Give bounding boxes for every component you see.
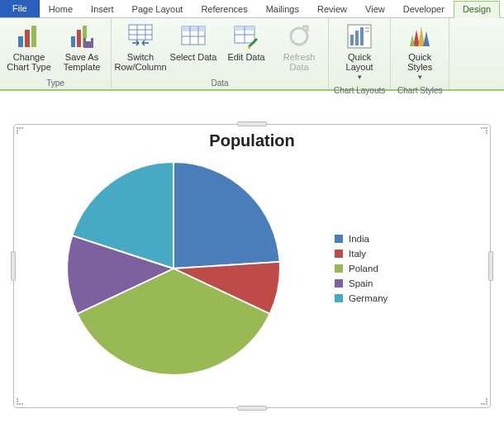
legend-label: Italy [349, 249, 366, 259]
label: Switch Row/Column [115, 52, 167, 72]
quick-styles-button[interactable]: Quick Styles ▼ [396, 21, 444, 84]
tab-design[interactable]: Design [454, 1, 500, 18]
switch-rc-icon [127, 23, 154, 50]
tab-references[interactable]: References [192, 1, 256, 18]
label: Save As Template [58, 52, 106, 72]
legend-label: Germany [349, 293, 388, 303]
tab-home[interactable]: Home [40, 1, 82, 18]
legend-swatch [335, 279, 343, 288]
ribbon: Change Chart Type Save As Template Type … [0, 18, 504, 91]
svg-point-44 [21, 403, 23, 405]
svg-point-40 [17, 398, 18, 400]
svg-rect-0 [18, 36, 23, 47]
svg-point-48 [483, 403, 485, 405]
svg-point-36 [483, 127, 485, 129]
svg-rect-14 [182, 26, 205, 31]
save-as-template-button[interactable]: Save As Template [58, 21, 106, 74]
refresh-data-button: Refresh Data [275, 21, 323, 74]
tab-file[interactable]: File [0, 0, 40, 17]
label: Quick Layout [335, 52, 383, 72]
pie-chart[interactable] [62, 157, 285, 380]
svg-rect-8 [129, 25, 152, 40]
svg-point-42 [17, 403, 18, 405]
svg-rect-27 [360, 27, 364, 45]
select-data-button[interactable]: Select Data [169, 21, 217, 64]
resize-handle-bottom[interactable] [237, 406, 267, 411]
group-label-chart-styles: Chart Styles [397, 86, 442, 95]
select-data-icon [180, 23, 207, 50]
label: Edit Data [227, 52, 264, 62]
chart-plot-area: IndiaItalyPolandSpainGermany [14, 150, 490, 380]
refresh-data-icon [286, 23, 312, 50]
quick-styles-icon [407, 23, 433, 50]
tab-developer[interactable]: Developer [394, 1, 454, 18]
resize-handle-top[interactable] [237, 121, 267, 126]
group-chart-styles: Quick Styles ▼ Chart Styles [391, 18, 449, 89]
label: Change Chart Type [5, 52, 53, 72]
svg-point-30 [17, 127, 18, 129]
edit-data-button[interactable]: Edit Data [222, 21, 270, 64]
change-chart-type-button[interactable]: Change Chart Type [5, 21, 53, 74]
svg-point-37 [486, 127, 487, 129]
legend-label: Spain [349, 278, 373, 288]
svg-point-41 [17, 401, 18, 402]
switch-row-column-button[interactable]: Switch Row/Column [116, 21, 164, 74]
ribbon-tabs: File Home Insert Page Layout References … [0, 0, 504, 18]
label: Refresh Data [275, 52, 323, 72]
tab-mailings[interactable]: Mailings [257, 1, 308, 18]
svg-rect-25 [350, 35, 354, 45]
tab-insert[interactable]: Insert [82, 1, 123, 18]
corner-handle[interactable] [16, 397, 24, 406]
group-label-type: Type [46, 78, 64, 88]
corner-handle[interactable] [480, 397, 488, 406]
save-template-icon [69, 23, 95, 50]
tab-page-layout[interactable]: Page Layout [123, 1, 193, 18]
legend-item[interactable]: Germany [335, 293, 388, 303]
svg-point-33 [17, 130, 18, 131]
svg-point-32 [21, 127, 23, 129]
svg-point-47 [481, 403, 483, 405]
chart-legend[interactable]: IndiaItalyPolandSpainGermany [335, 229, 388, 308]
pie-slice[interactable] [174, 162, 280, 269]
legend-item[interactable]: India [335, 234, 388, 244]
legend-item[interactable]: Italy [335, 249, 388, 259]
legend-swatch [335, 250, 343, 258]
svg-point-46 [486, 401, 487, 402]
legend-label: India [349, 234, 369, 244]
chart-object[interactable]: Population IndiaItalyPolandSpainGermany [13, 124, 491, 408]
document-canvas: Population IndiaItalyPolandSpainGermany [0, 91, 504, 416]
svg-point-35 [481, 127, 483, 129]
legend-label: Poland [349, 264, 378, 273]
group-label-chart-layouts: Chart Layouts [334, 86, 385, 95]
legend-item[interactable]: Spain [335, 278, 388, 288]
label: Select Data [170, 52, 217, 62]
group-data: Switch Row/Column Select Data Edit Data … [112, 18, 329, 89]
legend-swatch [335, 264, 343, 273]
svg-point-45 [486, 398, 487, 400]
svg-rect-1 [25, 30, 30, 47]
label: Quick Styles [396, 52, 444, 72]
resize-handle-left[interactable] [11, 251, 16, 281]
svg-point-34 [17, 132, 18, 134]
chevron-down-icon: ▼ [356, 73, 363, 83]
svg-rect-26 [355, 31, 359, 45]
svg-point-31 [19, 127, 21, 129]
chart-title[interactable]: Population [14, 131, 490, 150]
group-chart-layouts: Quick Layout ▼ Chart Layouts [329, 18, 391, 89]
quick-layout-icon [346, 23, 373, 50]
legend-item[interactable]: Poland [335, 264, 388, 273]
tab-view[interactable]: View [356, 1, 394, 18]
svg-rect-3 [71, 36, 75, 47]
svg-rect-4 [77, 30, 81, 47]
svg-rect-2 [31, 26, 36, 47]
tab-review[interactable]: Review [308, 1, 356, 18]
corner-handle[interactable] [480, 126, 488, 135]
svg-rect-22 [248, 46, 250, 49]
svg-point-23 [291, 28, 307, 45]
quick-layout-button[interactable]: Quick Layout ▼ [335, 21, 383, 84]
resize-handle-right[interactable] [488, 251, 493, 281]
svg-point-38 [486, 130, 487, 131]
edit-data-icon [233, 23, 259, 50]
svg-point-39 [486, 132, 487, 134]
corner-handle[interactable] [16, 126, 24, 135]
